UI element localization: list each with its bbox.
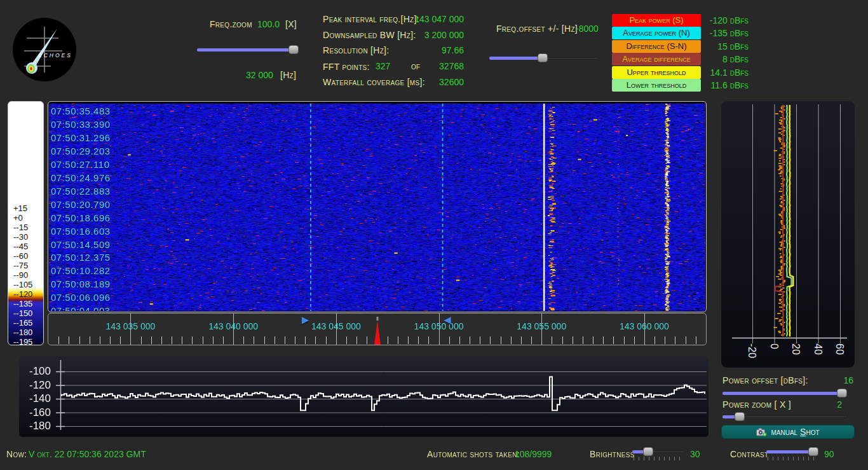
waterfall-timestamp: 07:50:24.976 <box>51 172 111 183</box>
frequency-minor-tick <box>285 336 285 344</box>
svg-text:ECHOES: ECHOES <box>38 52 72 59</box>
slider-handle[interactable] <box>643 447 653 456</box>
frequency-minor-tick <box>90 336 90 344</box>
slider-ticks <box>634 457 683 460</box>
contrast-slider[interactable] <box>766 447 818 456</box>
waterfall-timestamp: 07:50:10.282 <box>51 265 111 276</box>
contrast-value: 90 <box>824 449 834 459</box>
difference-axis-tick-label: 0 <box>768 343 780 349</box>
info-row-value: 97.66 <box>442 45 464 55</box>
slider-handle[interactable] <box>538 53 548 62</box>
frequency-label: 143 060 000 <box>620 321 669 331</box>
power-zoom-slider[interactable] <box>722 412 847 421</box>
frequency-minor-tick <box>573 336 573 344</box>
frequency-minor-tick <box>275 336 275 344</box>
frequency-minor-tick <box>675 336 675 344</box>
color-scale-label: --180 <box>13 328 32 337</box>
difference-axis-tick-label: -20 <box>746 343 757 358</box>
freq-offset-slider[interactable] <box>489 53 599 62</box>
freq-zoom-slider[interactable] <box>197 45 299 54</box>
frequency-minor-tick <box>552 336 552 344</box>
frequency-minor-tick <box>58 336 59 344</box>
waterfall-timestamp: 07:50:12.375 <box>51 252 111 263</box>
interval-end-arrow-icon[interactable]: ◀ <box>444 314 451 326</box>
frequency-minor-tick <box>490 336 491 344</box>
info-row: Waterfall coverage [ms]:32600 <box>323 77 464 93</box>
manual-shot-button[interactable]: manual Shot <box>721 425 855 439</box>
frequency-minor-tick <box>696 336 696 344</box>
info-row-value: 3 200 000 <box>424 30 464 40</box>
info-row: Peak interval freq.[Hz]:143 047 000 <box>323 14 464 30</box>
frequency-minor-tick <box>531 336 532 344</box>
color-scale-label: +15 <box>13 204 27 213</box>
waterfall-timestamp: 07:50:31.296 <box>51 132 111 143</box>
frequency-minor-tick <box>593 336 593 344</box>
freq-span-unit: [Hz] <box>280 70 296 80</box>
info-row: Resolution [Hz]:97.66 <box>323 45 464 61</box>
frequency-minor-tick <box>501 336 501 344</box>
frequency-minor-tick <box>79 336 80 344</box>
frequency-minor-tick <box>388 336 388 344</box>
peak-frequency-marker-tip <box>376 317 378 321</box>
waterfall-timestamp: 07:50:16.603 <box>51 226 111 237</box>
frequency-minor-tick <box>459 336 460 344</box>
waterfall-timestamp: 07:50:18.696 <box>51 212 111 223</box>
frequency-minor-tick <box>100 336 100 344</box>
color-scale-label: --15 <box>13 223 28 232</box>
frequency-minor-tick <box>213 336 214 344</box>
frequency-minor-tick <box>624 336 625 344</box>
frequency-label: 143 050 000 <box>414 321 464 331</box>
frequency-minor-tick <box>182 336 182 344</box>
info-row: Downsampled BW [Hz]:3 200 000 <box>323 30 464 46</box>
shots-taken-value: 108/9999 <box>515 449 552 459</box>
fft-points-label: FFT points: <box>323 62 370 72</box>
color-scale: +15+0--15--30--45--60--75--90--105--120-… <box>8 101 44 345</box>
slider-handle[interactable] <box>837 389 847 397</box>
frequency-minor-tick <box>665 336 665 344</box>
difference-axis-tick-label: 60 <box>834 343 845 355</box>
power-offset-value: 16 <box>796 375 853 385</box>
frequency-minor-tick <box>562 336 563 344</box>
frequency-minor-tick <box>603 336 604 344</box>
frequency-minor-tick <box>398 336 398 344</box>
frequency-minor-tick <box>192 336 193 344</box>
waterfall-panel: 07:50:35.48307:50:33.39007:50:31.29607:5… <box>48 101 707 312</box>
brightness-value: 30 <box>690 449 700 459</box>
brightness-slider[interactable] <box>632 447 684 456</box>
legend-value: -120 dBfs <box>675 15 749 25</box>
frequency-minor-tick <box>449 336 450 344</box>
frequency-label: 143 040 000 <box>208 321 258 331</box>
frequency-minor-tick <box>141 336 142 344</box>
power-axis-tick-label: -120 <box>23 379 51 392</box>
frequency-minor-tick <box>161 336 162 344</box>
power-offset-slider[interactable] <box>722 389 847 397</box>
frequency-minor-tick <box>346 336 347 344</box>
slider-handle[interactable] <box>288 45 299 54</box>
frequency-minor-tick <box>470 336 470 344</box>
slider-fill <box>489 57 543 60</box>
frequency-minor-tick <box>511 336 512 344</box>
fft-total-value: 32768 <box>439 61 464 71</box>
frequency-minor-tick <box>521 336 522 344</box>
info-panel: Peak interval freq.[Hz]:143 047 000Downs… <box>323 14 464 61</box>
color-scale-label: --135 <box>13 299 32 308</box>
now-value: V окт. 22 07:50:36 2023 GMT <box>29 449 146 459</box>
power-axis-tick-label: -140 <box>23 392 51 405</box>
contrast-label: Contrast <box>730 449 768 459</box>
waterfall-timestamp: 07:50:33.390 <box>51 119 111 130</box>
now-label: Now: <box>6 449 27 459</box>
slider-handle[interactable] <box>808 447 818 456</box>
freq-span-value: 32 000 <box>246 70 273 80</box>
slider-handle[interactable] <box>735 412 745 421</box>
waterfall-timestamp: 07:50:27.110 <box>51 159 109 170</box>
frequency-minor-tick <box>110 336 111 344</box>
slider-fill <box>197 48 294 52</box>
interval-start-arrow-icon[interactable]: ▶ <box>302 314 309 326</box>
frequency-minor-tick <box>428 336 429 344</box>
camera-icon <box>756 428 767 436</box>
info-panel-bottom: Waterfall coverage [ms]:32600 <box>323 77 464 93</box>
frequency-label: 143 055 000 <box>517 321 566 331</box>
frequency-minor-tick <box>172 336 172 344</box>
freq-zoom-unit: [X] <box>285 19 297 29</box>
slider-fill <box>766 450 813 453</box>
